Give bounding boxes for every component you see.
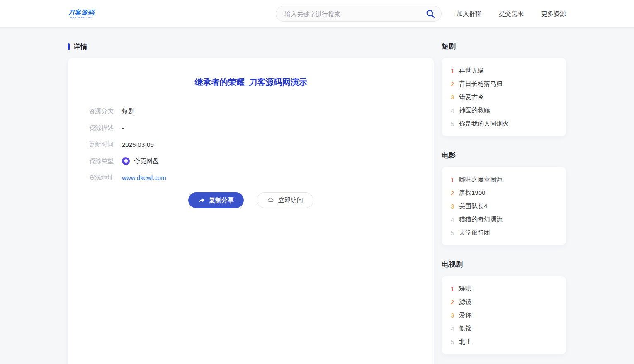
field-row-4: 资源类型夸克网盘 (89, 153, 413, 169)
rank-number: 4 (451, 325, 457, 332)
visit-now-button[interactable]: 立即访问 (257, 192, 313, 208)
ranking-item[interactable]: 2唐探1900 (442, 186, 566, 199)
ranking-item[interactable]: 3错爱古今 (442, 90, 566, 104)
main-column: 详情 继承者的荣耀_刀客源码网演示 资源分类短剧资源描述-更新时间2025-03… (68, 42, 434, 364)
ranking-card: 1再世无缘2昔日长枪落马归3错爱古今4神医的救赎5你是我的人间烟火 (442, 58, 566, 136)
field-label: 资源地址 (89, 174, 122, 182)
copy-share-label: 复制分享 (209, 197, 234, 204)
field-value: 2025-03-09 (122, 141, 154, 148)
ranking-item-title: 你是我的人间烟火 (459, 120, 509, 128)
share-icon (198, 197, 205, 204)
header-nav: 加入群聊提交需求更多资源 (457, 10, 566, 18)
search-input[interactable] (284, 10, 425, 17)
ranking-item-title: 天堂旅行团 (459, 229, 490, 237)
site-logo[interactable]: 刀客源码 www.dkewl.com (68, 9, 95, 19)
nav-link-3[interactable]: 更多资源 (541, 10, 566, 18)
detail-section-heading: 详情 (68, 42, 434, 51)
rank-number: 3 (451, 203, 457, 210)
ranking-item[interactable]: 1再世无缘 (442, 64, 566, 77)
ranking-item[interactable]: 4似锦 (442, 322, 566, 335)
ranking-card: 1哪吒之魔童闹海2唐探19003美国队长44猫猫的奇幻漂流5天堂旅行团 (442, 167, 566, 245)
ranking-item[interactable]: 5天堂旅行团 (442, 226, 566, 239)
ranking-item[interactable]: 3爱你 (442, 308, 566, 322)
ranking-item[interactable]: 1哪吒之魔童闹海 (442, 173, 566, 186)
search-button[interactable] (425, 9, 435, 19)
sidebar-section-3: 电视剧1难哄2滤镜3爱你4似锦5北上 (442, 260, 566, 354)
sidebar-section-title: 电影 (442, 151, 566, 160)
rank-number: 2 (451, 298, 457, 306)
ranking-item-title: 美国队长4 (459, 202, 487, 210)
field-label: 资源描述 (89, 124, 122, 132)
sidebar: 短剧1再世无缘2昔日长枪落马归3错爱古今4神医的救赎5你是我的人间烟火电影1哪吒… (442, 42, 566, 364)
rank-number: 2 (451, 189, 457, 197)
sidebar-section-1: 短剧1再世无缘2昔日长枪落马归3错爱古今4神医的救赎5你是我的人间烟火 (442, 42, 566, 136)
copy-share-button[interactable]: 复制分享 (188, 192, 244, 208)
field-label: 资源分类 (89, 107, 122, 115)
ranking-item-title: 再世无缘 (459, 67, 484, 75)
ranking-item-title: 昔日长枪落马归 (459, 80, 503, 88)
rank-number: 2 (451, 80, 457, 87)
resource-title: 继承者的荣耀_刀客源码网演示 (89, 76, 413, 88)
ranking-item-title: 神医的救赎 (459, 107, 490, 114)
detail-card: 继承者的荣耀_刀客源码网演示 资源分类短剧资源描述-更新时间2025-03-09… (68, 58, 434, 364)
visit-now-label: 立即访问 (278, 197, 303, 204)
ranking-item-title: 哪吒之魔童闹海 (459, 176, 503, 184)
field-row-1: 资源分类短剧 (89, 103, 413, 119)
field-row-2: 资源描述- (89, 119, 413, 136)
rank-number: 1 (451, 176, 457, 183)
field-value: 夸克网盘 (134, 157, 159, 165)
ranking-item[interactable]: 4猫猫的奇幻漂流 (442, 213, 566, 226)
action-buttons: 复制分享 立即访问 (89, 192, 413, 208)
ranking-item-title: 唐探1900 (459, 189, 485, 197)
rank-number: 5 (451, 229, 457, 236)
ranking-item-title: 似锦 (459, 325, 471, 332)
ranking-card: 1难哄2滤镜3爱你4似锦5北上 (442, 276, 566, 354)
field-label: 更新时间 (89, 141, 122, 148)
search-icon (425, 9, 435, 19)
ranking-item-title: 滤镜 (459, 298, 471, 306)
sidebar-section-title: 电视剧 (442, 260, 566, 269)
detail-section-title: 详情 (73, 42, 87, 51)
ranking-item[interactable]: 5北上 (442, 335, 566, 348)
rank-number: 5 (451, 338, 457, 345)
rank-number: 5 (451, 120, 457, 127)
rank-number: 1 (451, 285, 457, 292)
rank-number: 3 (451, 312, 457, 319)
ranking-item[interactable]: 2滤镜 (442, 295, 566, 308)
cloud-icon (267, 197, 274, 204)
ranking-item[interactable]: 4神医的救赎 (442, 104, 566, 117)
ranking-item-title: 难哄 (459, 285, 471, 293)
ranking-item[interactable]: 1难哄 (442, 282, 566, 295)
ranking-item[interactable]: 3美国队长4 (442, 199, 566, 213)
logo-title: 刀客源码 (68, 9, 95, 16)
ranking-item[interactable]: 5你是我的人间烟火 (442, 117, 566, 130)
rank-number: 4 (451, 216, 457, 223)
ranking-item-title: 北上 (459, 338, 471, 346)
ranking-item[interactable]: 2昔日长枪落马归 (442, 77, 566, 90)
sidebar-section-title: 短剧 (442, 42, 566, 51)
resource-fields: 资源分类短剧资源描述-更新时间2025-03-09资源类型夸克网盘资源地址www… (89, 103, 413, 186)
field-label: 资源类型 (89, 157, 122, 165)
field-value[interactable]: www.dkewl.com (122, 174, 166, 181)
rank-number: 1 (451, 67, 457, 74)
sidebar-section-2: 电影1哪吒之魔童闹海2唐探19003美国队长44猫猫的奇幻漂流5天堂旅行团 (442, 151, 566, 245)
ranking-item-title: 错爱古今 (459, 93, 484, 101)
ranking-item-title: 爱你 (459, 311, 471, 319)
logo-subtitle: www.dkewl.com (68, 16, 95, 19)
nav-link-2[interactable]: 提交需求 (499, 10, 524, 18)
rank-number: 4 (451, 107, 457, 114)
rank-number: 3 (451, 94, 457, 101)
ranking-item-title: 猫猫的奇幻漂流 (459, 216, 503, 223)
field-value: - (122, 124, 124, 131)
heading-accent-bar (68, 43, 70, 50)
page-body: 详情 继承者的荣耀_刀客源码网演示 资源分类短剧资源描述-更新时间2025-03… (68, 28, 566, 364)
field-row-5: 资源地址www.dkewl.com (89, 169, 413, 186)
field-row-3: 更新时间2025-03-09 (89, 136, 413, 153)
nav-link-1[interactable]: 加入群聊 (457, 10, 481, 18)
quark-netdisk-icon (122, 157, 130, 165)
header: 刀客源码 www.dkewl.com 加入群聊提交需求更多资源 (0, 0, 634, 28)
field-value: 短剧 (122, 107, 134, 115)
search-bar (276, 6, 442, 22)
